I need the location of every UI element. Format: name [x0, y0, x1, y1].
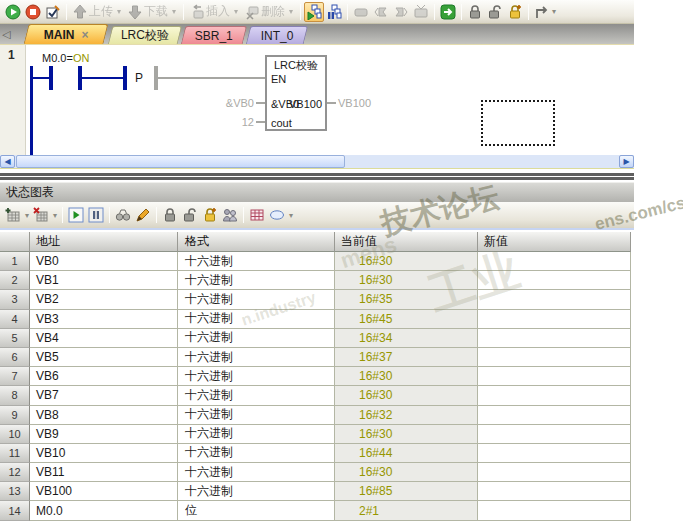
cell-format[interactable]: 十六进制 [178, 252, 335, 271]
cell-new-value[interactable] [478, 271, 631, 290]
cell-current-value[interactable]: 16#30 [335, 252, 478, 271]
cell-address[interactable]: VB4 [30, 329, 178, 348]
tab-sbr1[interactable]: SBR_1 [181, 26, 247, 44]
cell-address[interactable]: VB0 [30, 252, 178, 271]
contact-operand-label[interactable]: M0.0=ON [42, 52, 89, 64]
cell-new-value[interactable] [478, 444, 631, 463]
cell-new-value[interactable] [478, 290, 631, 309]
row-number[interactable]: 2 [0, 271, 30, 290]
cell-format[interactable]: 十六进制 [178, 386, 335, 405]
row-number[interactable]: 10 [0, 425, 30, 444]
cell-new-value[interactable] [478, 310, 631, 329]
cell-address[interactable]: VB8 [30, 406, 178, 425]
delete-chart-button[interactable] [31, 205, 51, 225]
chart-run-button[interactable] [66, 205, 86, 225]
add-chart-dropdown-icon[interactable]: ▾ [25, 211, 29, 220]
ladder-hscrollbar[interactable]: ◀ ▶ [0, 155, 634, 169]
cell-current-value[interactable]: 16#30 [335, 386, 478, 405]
tag-view-button[interactable] [267, 205, 287, 225]
cell-current-value[interactable]: 16#30 [335, 367, 478, 386]
cell-format[interactable]: 十六进制 [178, 348, 335, 367]
function-block[interactable]: LRC校验 EN &VB0 VB100 cout [265, 55, 327, 131]
tab-lrc[interactable]: LRC校验 [108, 26, 182, 44]
cell-format[interactable]: 十六进制 [178, 482, 335, 501]
cell-new-value[interactable] [478, 463, 631, 482]
cell-new-value[interactable] [478, 406, 631, 425]
cell-current-value[interactable]: 16#30 [335, 463, 478, 482]
cell-current-value[interactable]: 16#32 [335, 406, 478, 425]
witness-button[interactable] [220, 205, 240, 225]
chart-lock-button[interactable] [160, 205, 180, 225]
unlock-button[interactable] [485, 2, 505, 22]
cell-new-value[interactable] [478, 252, 631, 271]
cell-format[interactable]: 十六进制 [178, 329, 335, 348]
run-button[interactable] [3, 2, 23, 22]
scroll-right-button[interactable]: ▶ [619, 155, 634, 168]
cell-format[interactable]: 位 [178, 501, 335, 520]
tab-close-icon[interactable]: × [81, 28, 88, 42]
cell-address[interactable]: VB7 [30, 386, 178, 405]
cell-current-value[interactable]: 16#45 [335, 310, 478, 329]
scrollbar-thumb[interactable] [16, 155, 345, 168]
row-number[interactable]: 14 [0, 501, 30, 520]
cell-new-value[interactable] [478, 482, 631, 501]
header-new-value[interactable]: 新值 [478, 232, 631, 252]
cell-current-value[interactable]: 16#30 [335, 271, 478, 290]
tag-view-dropdown-icon[interactable]: ▾ [289, 211, 293, 220]
cell-format[interactable]: 十六进制 [178, 425, 335, 444]
cell-address[interactable]: VB11 [30, 463, 178, 482]
cell-new-value[interactable] [478, 386, 631, 405]
chart-pause-button[interactable] [86, 205, 106, 225]
grid-view-button[interactable] [247, 205, 267, 225]
cell-format[interactable]: 十六进制 [178, 463, 335, 482]
cell-address[interactable]: VB5 [30, 348, 178, 367]
cell-format[interactable]: 十六进制 [178, 367, 335, 386]
cell-current-value[interactable]: 16#85 [335, 482, 478, 501]
tab-int0[interactable]: INT_0 [246, 26, 308, 44]
cell-format[interactable]: 十六进制 [178, 444, 335, 463]
tab-main[interactable]: MAIN× [24, 24, 109, 44]
row-number[interactable]: 5 [0, 329, 30, 348]
delete-chart-dropdown-icon[interactable]: ▾ [53, 211, 57, 220]
cell-address[interactable]: M0.0 [30, 501, 178, 520]
cell-new-value[interactable] [478, 348, 631, 367]
chart-unlock-button[interactable] [180, 205, 200, 225]
cell-address[interactable]: VB9 [30, 425, 178, 444]
cell-format[interactable]: 十六进制 [178, 271, 335, 290]
row-number[interactable]: 12 [0, 463, 30, 482]
header-current-value[interactable]: 当前值 [335, 232, 478, 252]
cell-format[interactable]: 十六进制 [178, 310, 335, 329]
cell-current-value[interactable]: 16#44 [335, 444, 478, 463]
find-button[interactable] [113, 205, 133, 225]
cell-address[interactable]: VB3 [30, 310, 178, 329]
cell-current-value[interactable]: 16#34 [335, 329, 478, 348]
compile-check-button[interactable] [43, 2, 63, 22]
row-number[interactable]: 6 [0, 348, 30, 367]
cell-address[interactable]: VB1 [30, 271, 178, 290]
cell-format[interactable]: 十六进制 [178, 406, 335, 425]
row-number[interactable]: 1 [0, 252, 30, 271]
row-number[interactable]: 9 [0, 406, 30, 425]
lock-add-button[interactable] [505, 2, 525, 22]
chart-status-run-button[interactable] [304, 2, 324, 22]
cell-address[interactable]: VB2 [30, 290, 178, 309]
cell-current-value[interactable]: 2#1 [335, 501, 478, 520]
cell-new-value[interactable] [478, 329, 631, 348]
header-address[interactable]: 地址 [30, 232, 178, 252]
goto-button[interactable] [438, 2, 458, 22]
pane-splitter[interactable] [0, 170, 634, 182]
scroll-left-button[interactable]: ◀ [0, 155, 15, 168]
edit-cursor-box[interactable] [481, 100, 555, 146]
cell-new-value[interactable] [478, 425, 631, 444]
trace-button[interactable]: ▾ [532, 2, 560, 22]
add-chart-button[interactable] [3, 205, 23, 225]
row-number[interactable]: 11 [0, 444, 30, 463]
row-number[interactable]: 13 [0, 482, 30, 501]
ladder-editor[interactable]: 1 M0.0=ON P LRC校验 EN &VB0 VB100 cout &VB… [0, 45, 634, 155]
cell-address[interactable]: VB10 [30, 444, 178, 463]
cell-new-value[interactable] [478, 367, 631, 386]
stop-button[interactable] [23, 2, 43, 22]
cell-address[interactable]: VB100 [30, 482, 178, 501]
cell-new-value[interactable] [478, 501, 631, 520]
chart-status-pause-button[interactable] [324, 2, 344, 22]
